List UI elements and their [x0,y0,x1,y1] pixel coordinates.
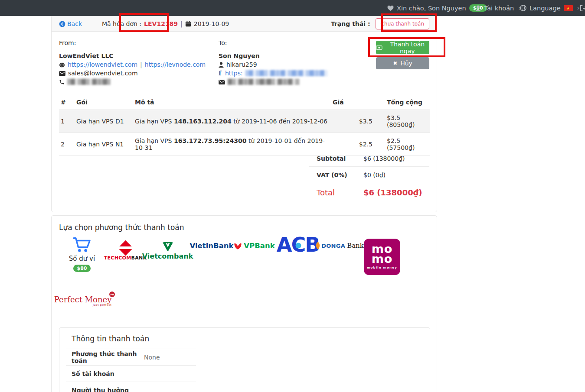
dongabank-logo-icon [316,242,320,249]
perfectmoney-logo-icon: Perfect Money Just perfect PM [54,295,112,307]
payment-method-dongabank[interactable]: DONGA Bank [318,242,362,249]
separator: | [140,61,142,69]
vietcombank-label: Vietcombank [142,252,193,260]
payment-info-row: Người thụ hưởng [66,382,196,392]
wallet-label: Số dư ví [69,255,95,262]
payment-info-row: Phương thức thanh toán None [66,349,196,366]
acb-dot-icon [295,243,301,249]
to-facebook-redacted: ▒▓░▒▓▒░▓▒▒▓░▒▓▒▓░▒▓▒▒▓░ [245,69,327,78]
vietcombank-logo-icon [162,242,174,251]
payment-method-techcombank[interactable]: TECHCOMBANK [106,243,145,261]
payment-method-wallet[interactable]: Số dư ví $80 [65,236,98,272]
invoice-date: 2019-10-09 [194,20,229,27]
to-email-redacted: ▓▒░▓▒▒▓░▒▓▒▓▒░▓▒▒▓░▒ [228,78,299,86]
momo-tagline: mobile money [367,266,397,269]
subtotal-row: Subtotal $6 (138000₫) [309,150,429,166]
user-icon [475,5,481,11]
language-label: Language [529,5,561,12]
item-desc: Gia hạn VPS 148.163.112.204 từ 2019-11-0… [133,110,331,133]
back-arrow-icon [59,21,65,27]
col-header-desc: Mô tả [133,95,331,110]
desc-suffix: từ 2019-11-06 đến 2019-12-06 [232,118,327,125]
pay-now-button[interactable]: Thanh toán ngay [376,41,429,54]
item-total: $3.5 (80500₫) [374,110,430,133]
dongabank-label-1: DONGA [321,243,345,249]
payment-method-acb[interactable]: ACB [276,235,320,255]
vpbank-label: VPBank [244,242,275,250]
items-table-header-row: # Gói Mô tả Giá Tổng cộng [59,95,430,110]
desc-prefix: Gia hạn VPS [135,137,174,144]
invoice-header: Back Mã hóa đơn : LEV12189 | 2019-10-09 … [52,16,437,32]
globe-icon [59,62,65,68]
acb-letter-c: C [291,235,305,255]
techcombank-label: TECHCOMBANK [104,255,147,261]
phone-icon [59,79,65,85]
payment-info-title: Thông tin thanh toán [66,334,196,349]
subtotal-label: Subtotal [317,155,363,162]
from-website-link-1[interactable]: https://lowendviet.com [68,61,137,69]
payment-method-momo[interactable]: mo mo mobile money [364,239,400,275]
chevron-right-icon: › [577,4,580,12]
totals-block: Subtotal $6 (138000₫) VAT (0%) $0 (0₫) T… [309,150,429,202]
nav-logout[interactable] [580,0,585,16]
to-label: To: [219,39,362,47]
user-icon [219,62,224,68]
invoice-card: Back Mã hóa đơn : LEV12189 | 2019-10-09 … [51,16,437,212]
calendar-icon [185,21,191,27]
acb-letter-a: A [277,233,291,256]
to-block: To: Son Nguyen hikaru259 f https: ▒▓░▒▓▒… [219,39,362,86]
from-website-link-2[interactable]: https://levnode.com [145,61,206,69]
vat-row: VAT (0%) $0 (0₫) [309,166,429,183]
facebook-icon: f [219,69,222,78]
status-badge[interactable]: Chưa thanh toán [376,18,429,29]
item-price: $3.5 [331,110,374,133]
nav-language[interactable]: Language ★ › [520,0,580,16]
desc-ip: 148.163.112.204 [174,118,232,125]
momo-logo-icon: mo mo mobile money [364,239,400,275]
top-navbar: Xin chào, Son Nguyen $80 Tài khoản › Lan… [0,0,585,16]
subtotal-value: $6 (138000₫) [363,155,405,162]
perfectmoney-badge: PM [109,292,115,297]
info-label: Phương thức thanh toán [72,350,144,364]
payment-method-vpbank[interactable]: VPBank [234,242,275,250]
col-header-total: Tổng cộng [374,95,430,110]
from-label: From: [59,39,211,47]
to-name: Son Nguyen [219,52,362,60]
invoice-items-table: # Gói Mô tả Giá Tổng cộng 1 Gia hạn VPS … [59,95,430,156]
info-label: Số tài khoản [72,370,144,377]
acb-label: ACB [277,235,319,255]
to-facebook-prefix[interactable]: https: [225,69,243,78]
vpbank-logo-icon [234,242,242,249]
back-label: Back [67,20,82,27]
envelope-icon [59,71,65,76]
total-value: $6 (138000₫) [363,188,422,197]
nav-account[interactable]: Tài khoản › [475,0,521,16]
item-package: Gia hạn VPS D1 [75,110,133,133]
desc-ip: 163.172.73.95:24300 [174,137,247,144]
invoice-code-group: Mã hóa đơn : LEV12189 | 2019-10-09 [102,20,229,27]
pay-now-label: Thanh toán ngay [386,41,429,55]
banknote-icon [376,45,382,50]
sign-out-icon [580,5,585,11]
vat-label: VAT (0%) [317,172,363,178]
cancel-button[interactable]: ✖ Hủy [376,57,429,69]
nav-greeting[interactable]: Xin chào, Son Nguyen $80 [387,0,487,16]
payment-method-vietinbank[interactable]: VietinBank [190,242,234,250]
invoice-code: LEV12189 [144,20,178,27]
to-username: hikaru259 [226,61,257,69]
table-row: 1 Gia hạn VPS D1 Gia hạn VPS 148.163.112… [59,110,430,133]
from-phone-redacted: ▒▓░▒▓▒░▓▒▒▓▒ [67,78,110,86]
total-row: Total $6 (138000₫) [309,183,429,202]
from-name: LowEndViet LLC [59,52,211,60]
payment-method-vietcombank[interactable]: Vietcombank [145,242,190,260]
from-block: From: LowEndViet LLC https://lowendviet.… [59,39,211,86]
item-num: 1 [59,110,75,133]
info-label: Người thụ hưởng [72,387,144,392]
heart-icon [387,5,394,11]
back-button[interactable]: Back [59,20,82,27]
status-group: Trạng thái : Chưa thanh toán [331,18,429,29]
techcombank-text-red: TECHCOM [104,255,131,261]
info-value: None [144,354,160,361]
payment-method-perfectmoney[interactable]: Perfect Money Just perfect PM [61,295,105,307]
status-label: Trạng thái : [331,20,370,27]
